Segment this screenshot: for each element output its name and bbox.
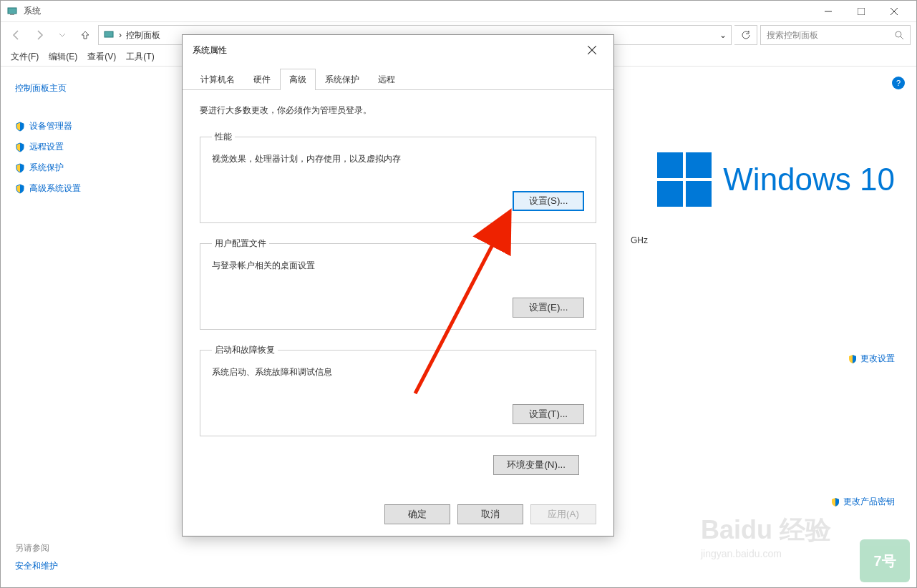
user-profiles-desc: 与登录帐户相关的桌面设置 xyxy=(212,260,584,272)
dialog-title-text: 系统属性 xyxy=(193,44,581,57)
change-settings-link[interactable]: 更改设置 xyxy=(848,353,895,365)
shield-icon xyxy=(830,497,840,507)
sidebar-advanced-settings[interactable]: 高级系统设置 xyxy=(15,178,151,199)
startup-recovery-desc: 系统启动、系统故障和调试信息 xyxy=(212,366,584,378)
dialog-close-button[interactable] xyxy=(581,39,603,62)
ghz-label: GHz xyxy=(631,235,702,245)
sidebar-device-manager[interactable]: 设备管理器 xyxy=(15,116,151,137)
startup-recovery-legend: 启动和故障恢复 xyxy=(212,344,278,356)
sidebar-home-link[interactable]: 控制面板主页 xyxy=(15,78,151,99)
menu-edit[interactable]: 编辑(E) xyxy=(44,48,82,66)
svg-line-8 xyxy=(901,36,903,39)
site-watermark: 7号 xyxy=(860,539,910,582)
titlebar: 系统 xyxy=(1,1,916,22)
menu-file[interactable]: 文件(F) xyxy=(6,48,43,66)
search-placeholder: 搜索控制面板 xyxy=(767,29,818,41)
chevron-down-icon[interactable]: ⌄ xyxy=(719,30,727,40)
shield-icon xyxy=(15,184,25,194)
tab-remote[interactable]: 远程 xyxy=(369,69,404,90)
close-button[interactable] xyxy=(878,1,911,22)
env-vars-button[interactable]: 环境变量(N)... xyxy=(493,455,579,475)
breadcrumb-item[interactable]: 控制面板 xyxy=(126,29,160,41)
performance-desc: 视觉效果，处理器计划，内存使用，以及虚拟内存 xyxy=(212,153,584,165)
sidebar-system-protection[interactable]: 系统保护 xyxy=(15,157,151,178)
performance-settings-button[interactable]: 设置(S)... xyxy=(513,191,584,211)
system-icon xyxy=(6,6,18,17)
dialog-titlebar: 系统属性 xyxy=(183,35,613,65)
computer-icon xyxy=(103,29,115,41)
maximize-button[interactable] xyxy=(845,1,878,22)
baidu-watermark: Baidu 经验 jingyan.baidu.com xyxy=(701,513,831,559)
svg-point-7 xyxy=(896,31,901,37)
see-also-security[interactable]: 安全和维护 xyxy=(15,554,151,578)
system-properties-dialog: 系统属性 计算机名 硬件 高级 系统保护 远程 要进行大多数更改，你必须作为管理… xyxy=(182,34,614,536)
tab-system-protection[interactable]: 系统保护 xyxy=(316,69,369,90)
performance-section: 性能 视觉效果，处理器计划，内存使用，以及虚拟内存 设置(S)... xyxy=(200,131,596,223)
breadcrumb-sep: › xyxy=(119,30,122,40)
dialog-buttons: 确定 取消 应用(A) xyxy=(183,493,613,536)
svg-rect-0 xyxy=(8,8,16,14)
minimize-button[interactable] xyxy=(812,1,845,22)
startup-recovery-settings-button[interactable]: 设置(T)... xyxy=(513,404,584,424)
recent-dropdown[interactable] xyxy=(52,25,72,45)
search-icon xyxy=(894,30,904,40)
change-product-key-link[interactable]: 更改产品密钥 xyxy=(830,496,895,508)
startup-recovery-section: 启动和故障恢复 系统启动、系统故障和调试信息 设置(T)... xyxy=(200,344,596,436)
shield-icon xyxy=(848,354,858,364)
up-button[interactable] xyxy=(75,25,95,45)
dialog-body: 要进行大多数更改，你必须作为管理员登录。 性能 视觉效果，处理器计划，内存使用，… xyxy=(183,90,613,489)
apply-button[interactable]: 应用(A) xyxy=(530,504,596,524)
menu-view[interactable]: 查看(V) xyxy=(83,48,120,66)
cancel-button[interactable]: 取消 xyxy=(457,504,523,524)
window-title: 系统 xyxy=(24,5,812,17)
see-also-label: 另请参阅 xyxy=(15,542,151,554)
sidebar: 控制面板主页 设备管理器 远程设置 系统保护 高级系统设置 另请参阅 安全和维护 xyxy=(1,67,165,587)
svg-rect-6 xyxy=(105,31,113,37)
user-profiles-settings-button[interactable]: 设置(E)... xyxy=(513,298,584,318)
ok-button[interactable]: 确定 xyxy=(384,504,450,524)
forward-button[interactable] xyxy=(29,25,49,45)
search-input[interactable]: 搜索控制面板 xyxy=(760,25,911,45)
back-button[interactable] xyxy=(6,25,26,45)
tab-advanced[interactable]: 高级 xyxy=(280,69,316,90)
svg-rect-3 xyxy=(858,8,865,15)
admin-note: 要进行大多数更改，你必须作为管理员登录。 xyxy=(200,104,596,117)
refresh-button[interactable] xyxy=(734,25,757,45)
windows-logo: Windows 10 xyxy=(657,152,895,207)
site-logo-icon: 7号 xyxy=(860,539,910,582)
help-icon[interactable]: ? xyxy=(892,77,905,89)
user-profiles-section: 用户配置文件 与登录帐户相关的桌面设置 设置(E)... xyxy=(200,237,596,330)
svg-rect-1 xyxy=(10,14,14,15)
user-profiles-legend: 用户配置文件 xyxy=(212,237,269,250)
sidebar-remote-settings[interactable]: 远程设置 xyxy=(15,137,151,157)
windows-text: Windows 10 xyxy=(723,162,895,197)
shield-icon xyxy=(15,122,25,132)
tab-hardware[interactable]: 硬件 xyxy=(244,69,280,90)
windows-squares-icon xyxy=(657,152,712,207)
shield-icon xyxy=(15,142,25,152)
menu-tools[interactable]: 工具(T) xyxy=(122,48,158,66)
tabs: 计算机名 硬件 高级 系统保护 远程 xyxy=(183,68,613,90)
tab-computer-name[interactable]: 计算机名 xyxy=(191,69,244,90)
shield-icon xyxy=(15,163,25,173)
performance-legend: 性能 xyxy=(212,131,235,143)
